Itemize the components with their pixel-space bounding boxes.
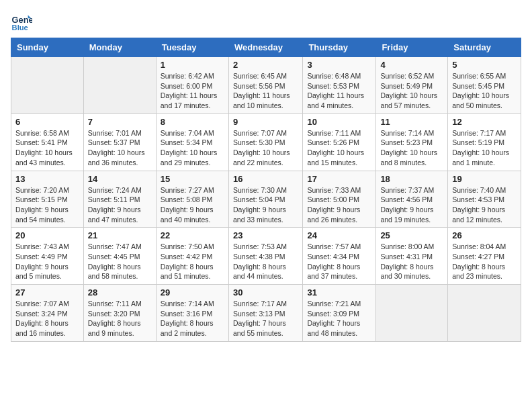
day-info: Sunrise: 7:37 AMSunset: 4:56 PMDaylight:… bbox=[380, 185, 443, 225]
calendar-cell: 10Sunrise: 7:11 AMSunset: 5:26 PMDayligh… bbox=[303, 113, 376, 171]
calendar-cell: 16Sunrise: 7:30 AMSunset: 5:04 PMDayligh… bbox=[228, 171, 302, 228]
calendar-cell: 7Sunrise: 7:01 AMSunset: 5:37 PMDaylight… bbox=[83, 113, 156, 171]
day-info: Sunrise: 6:58 AMSunset: 5:41 PMDaylight:… bbox=[15, 128, 79, 168]
calendar-cell bbox=[83, 57, 156, 114]
calendar-cell bbox=[448, 285, 521, 342]
calendar-cell: 2Sunrise: 6:45 AMSunset: 5:56 PMDaylight… bbox=[228, 57, 302, 114]
calendar-cell bbox=[11, 57, 84, 114]
calendar-cell: 20Sunrise: 7:43 AMSunset: 4:49 PMDayligh… bbox=[11, 228, 84, 285]
day-number: 17 bbox=[307, 174, 371, 184]
day-info: Sunrise: 7:11 AMSunset: 5:26 PMDaylight:… bbox=[307, 128, 371, 168]
day-info: Sunrise: 6:52 AMSunset: 5:49 PMDaylight:… bbox=[380, 71, 443, 111]
day-number: 15 bbox=[161, 174, 224, 184]
day-info: Sunrise: 6:55 AMSunset: 5:45 PMDaylight:… bbox=[452, 71, 517, 111]
day-number: 4 bbox=[380, 60, 443, 70]
weekday-header-wednesday: Wednesday bbox=[228, 38, 302, 57]
day-info: Sunrise: 7:24 AMSunset: 5:11 PMDaylight:… bbox=[88, 185, 152, 225]
day-number: 7 bbox=[88, 117, 152, 127]
day-info: Sunrise: 7:50 AMSunset: 4:42 PMDaylight:… bbox=[161, 242, 224, 281]
day-info: Sunrise: 7:07 AMSunset: 3:24 PMDaylight:… bbox=[15, 299, 79, 338]
day-number: 1 bbox=[161, 60, 224, 70]
day-number: 31 bbox=[307, 287, 371, 298]
calendar-cell: 19Sunrise: 7:40 AMSunset: 4:53 PMDayligh… bbox=[448, 171, 521, 228]
calendar-cell: 3Sunrise: 6:48 AMSunset: 5:53 PMDaylight… bbox=[303, 57, 376, 114]
day-number: 24 bbox=[307, 230, 371, 240]
day-number: 13 bbox=[15, 174, 79, 184]
calendar-cell: 8Sunrise: 7:04 AMSunset: 5:34 PMDaylight… bbox=[156, 113, 228, 171]
day-number: 2 bbox=[233, 60, 298, 70]
day-number: 19 bbox=[452, 174, 517, 184]
day-info: Sunrise: 8:04 AMSunset: 4:27 PMDaylight:… bbox=[452, 242, 517, 281]
day-number: 28 bbox=[88, 287, 152, 298]
day-info: Sunrise: 7:43 AMSunset: 4:49 PMDaylight:… bbox=[15, 242, 79, 281]
calendar-cell: 21Sunrise: 7:47 AMSunset: 4:45 PMDayligh… bbox=[83, 228, 156, 285]
calendar-cell: 18Sunrise: 7:37 AMSunset: 4:56 PMDayligh… bbox=[376, 171, 448, 228]
calendar-cell bbox=[376, 285, 448, 342]
day-number: 3 bbox=[307, 60, 371, 70]
weekday-header-saturday: Saturday bbox=[448, 38, 521, 57]
calendar-cell: 27Sunrise: 7:07 AMSunset: 3:24 PMDayligh… bbox=[11, 285, 84, 342]
day-info: Sunrise: 7:17 AMSunset: 5:19 PMDaylight:… bbox=[452, 128, 517, 168]
day-number: 20 bbox=[15, 230, 79, 240]
day-number: 22 bbox=[161, 230, 224, 240]
day-number: 26 bbox=[452, 230, 517, 240]
day-info: Sunrise: 6:45 AMSunset: 5:56 PMDaylight:… bbox=[233, 71, 298, 111]
day-number: 30 bbox=[233, 287, 298, 298]
day-number: 18 bbox=[380, 174, 443, 184]
page-header: General Blue bbox=[11, 11, 521, 32]
day-number: 9 bbox=[233, 117, 298, 127]
day-info: Sunrise: 6:42 AMSunset: 6:00 PMDaylight:… bbox=[161, 71, 224, 111]
day-info: Sunrise: 7:30 AMSunset: 5:04 PMDaylight:… bbox=[233, 185, 298, 225]
day-number: 12 bbox=[452, 117, 517, 127]
day-number: 5 bbox=[452, 60, 517, 70]
calendar-cell: 28Sunrise: 7:11 AMSunset: 3:20 PMDayligh… bbox=[83, 285, 156, 342]
calendar-cell: 6Sunrise: 6:58 AMSunset: 5:41 PMDaylight… bbox=[11, 113, 84, 171]
day-info: Sunrise: 6:48 AMSunset: 5:53 PMDaylight:… bbox=[307, 71, 371, 111]
calendar-cell: 17Sunrise: 7:33 AMSunset: 5:00 PMDayligh… bbox=[303, 171, 376, 228]
day-info: Sunrise: 7:40 AMSunset: 4:53 PMDaylight:… bbox=[452, 185, 517, 225]
weekday-header-thursday: Thursday bbox=[303, 38, 376, 57]
day-number: 27 bbox=[15, 287, 79, 298]
calendar-cell: 26Sunrise: 8:04 AMSunset: 4:27 PMDayligh… bbox=[448, 228, 521, 285]
day-info: Sunrise: 7:17 AMSunset: 3:13 PMDaylight:… bbox=[233, 299, 298, 338]
weekday-header-tuesday: Tuesday bbox=[156, 38, 228, 57]
day-number: 11 bbox=[380, 117, 443, 127]
day-number: 16 bbox=[233, 174, 298, 184]
day-number: 14 bbox=[88, 174, 152, 184]
day-info: Sunrise: 7:20 AMSunset: 5:15 PMDaylight:… bbox=[15, 185, 79, 225]
calendar-cell: 12Sunrise: 7:17 AMSunset: 5:19 PMDayligh… bbox=[448, 113, 521, 171]
day-info: Sunrise: 7:14 AMSunset: 3:16 PMDaylight:… bbox=[161, 299, 224, 338]
calendar-cell: 25Sunrise: 8:00 AMSunset: 4:31 PMDayligh… bbox=[376, 228, 448, 285]
calendar-cell: 5Sunrise: 6:55 AMSunset: 5:45 PMDaylight… bbox=[448, 57, 521, 114]
day-info: Sunrise: 7:11 AMSunset: 3:20 PMDaylight:… bbox=[88, 299, 152, 338]
day-info: Sunrise: 7:27 AMSunset: 5:08 PMDaylight:… bbox=[161, 185, 224, 225]
calendar-cell: 4Sunrise: 6:52 AMSunset: 5:49 PMDaylight… bbox=[376, 57, 448, 114]
calendar-cell: 29Sunrise: 7:14 AMSunset: 3:16 PMDayligh… bbox=[156, 285, 228, 342]
day-number: 6 bbox=[15, 117, 79, 127]
svg-text:Blue: Blue bbox=[12, 24, 28, 32]
weekday-header-monday: Monday bbox=[83, 38, 156, 57]
logo: General Blue bbox=[11, 11, 32, 32]
day-info: Sunrise: 8:00 AMSunset: 4:31 PMDaylight:… bbox=[380, 242, 443, 281]
day-number: 21 bbox=[88, 230, 152, 240]
day-info: Sunrise: 7:04 AMSunset: 5:34 PMDaylight:… bbox=[161, 128, 224, 168]
calendar-cell: 23Sunrise: 7:53 AMSunset: 4:38 PMDayligh… bbox=[228, 228, 302, 285]
calendar-cell: 31Sunrise: 7:21 AMSunset: 3:09 PMDayligh… bbox=[303, 285, 376, 342]
calendar-cell: 13Sunrise: 7:20 AMSunset: 5:15 PMDayligh… bbox=[11, 171, 84, 228]
day-info: Sunrise: 7:33 AMSunset: 5:00 PMDaylight:… bbox=[307, 185, 371, 225]
day-info: Sunrise: 7:07 AMSunset: 5:30 PMDaylight:… bbox=[233, 128, 298, 168]
calendar-cell: 9Sunrise: 7:07 AMSunset: 5:30 PMDaylight… bbox=[228, 113, 302, 171]
day-info: Sunrise: 7:14 AMSunset: 5:23 PMDaylight:… bbox=[380, 128, 443, 168]
calendar-cell: 14Sunrise: 7:24 AMSunset: 5:11 PMDayligh… bbox=[83, 171, 156, 228]
calendar-cell: 15Sunrise: 7:27 AMSunset: 5:08 PMDayligh… bbox=[156, 171, 228, 228]
day-info: Sunrise: 7:53 AMSunset: 4:38 PMDaylight:… bbox=[233, 242, 298, 281]
day-info: Sunrise: 7:47 AMSunset: 4:45 PMDaylight:… bbox=[88, 242, 152, 281]
day-number: 8 bbox=[161, 117, 224, 127]
day-info: Sunrise: 7:57 AMSunset: 4:34 PMDaylight:… bbox=[307, 242, 371, 281]
calendar-table: SundayMondayTuesdayWednesdayThursdayFrid… bbox=[11, 38, 521, 342]
calendar-cell: 22Sunrise: 7:50 AMSunset: 4:42 PMDayligh… bbox=[156, 228, 228, 285]
weekday-header-friday: Friday bbox=[376, 38, 448, 57]
calendar-cell: 24Sunrise: 7:57 AMSunset: 4:34 PMDayligh… bbox=[303, 228, 376, 285]
day-number: 10 bbox=[307, 117, 371, 127]
day-info: Sunrise: 7:01 AMSunset: 5:37 PMDaylight:… bbox=[88, 128, 152, 168]
